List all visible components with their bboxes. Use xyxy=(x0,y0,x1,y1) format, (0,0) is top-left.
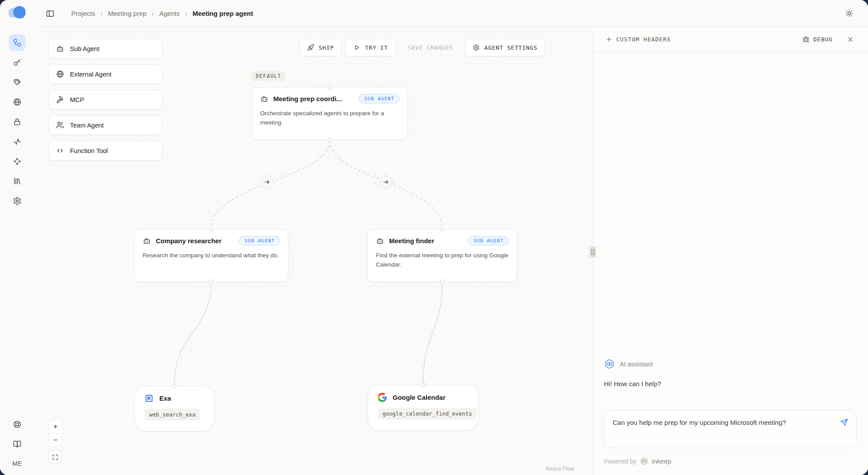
book-open-icon xyxy=(13,440,22,449)
bot-icon xyxy=(143,237,151,245)
powered-by-label: Powered by xyxy=(604,458,636,465)
node-handle[interactable] xyxy=(328,137,332,142)
node-title: Meeting finder xyxy=(389,237,463,245)
gear-icon xyxy=(473,44,480,51)
top-header: Projects › Meeting prep › Agents › Meeti… xyxy=(34,0,868,27)
sidebar-toggle-button[interactable] xyxy=(42,6,58,22)
sidebar-item-docs[interactable] xyxy=(9,436,26,453)
plus-icon xyxy=(606,36,612,43)
default-marker: DEFAULT xyxy=(252,71,285,81)
lock-icon xyxy=(13,117,22,126)
maximize-icon xyxy=(52,454,59,460)
sidebar-item-api-keys[interactable] xyxy=(9,54,26,71)
fit-view-button[interactable] xyxy=(48,450,62,464)
node-google-calendar-tool[interactable]: Google Calendar google_calendar_find_eve… xyxy=(368,385,479,431)
node-description: Find the external meeting to prep for us… xyxy=(376,251,509,270)
palette-item-label: Team Agent xyxy=(70,122,104,129)
chat-input[interactable]: Can you help me prep for my upcoming Mic… xyxy=(604,410,857,448)
sun-icon xyxy=(845,9,853,18)
bot-icon xyxy=(376,237,384,245)
node-description: Orchestrate specialized agents to prepar… xyxy=(260,109,400,128)
tags-icon xyxy=(13,78,22,87)
ship-label: SHIP xyxy=(319,44,334,51)
assistant-header: AI assistant xyxy=(604,358,857,369)
node-handle[interactable] xyxy=(328,85,332,90)
custom-headers-label: CUSTOM HEADERS xyxy=(616,36,671,43)
breadcrumb-projects[interactable]: Projects xyxy=(71,10,95,17)
sidebar-item-graph[interactable] xyxy=(9,34,26,51)
node-title: Company researcher xyxy=(156,237,234,245)
exa-logo-icon xyxy=(144,394,154,403)
node-handle[interactable] xyxy=(440,279,445,284)
sidebar-item-components[interactable] xyxy=(9,153,26,170)
edge-arrow-badge[interactable] xyxy=(380,176,392,188)
components-icon xyxy=(13,157,22,166)
node-handle[interactable] xyxy=(209,279,213,284)
close-panel-button[interactable] xyxy=(844,33,857,46)
node-meeting-finder[interactable]: Meeting finder SUB AGENT Find the extern… xyxy=(368,229,517,282)
google-logo-icon xyxy=(378,393,387,402)
react-flow-attribution[interactable]: React Flow xyxy=(546,465,574,472)
try-it-button[interactable]: TRY IT xyxy=(346,39,396,56)
sidebar-item-help[interactable] xyxy=(9,416,26,433)
brand-name: inkeep xyxy=(652,457,671,465)
sidebar-item-tags[interactable] xyxy=(9,74,26,91)
node-handle[interactable] xyxy=(172,384,177,388)
sub-agent-badge: SUB AGENT xyxy=(239,236,280,245)
library-icon xyxy=(13,177,22,186)
workflow-icon xyxy=(13,38,22,47)
breadcrumb-meeting-prep[interactable]: Meeting prep xyxy=(108,10,147,17)
ship-button[interactable]: SHIP xyxy=(299,39,342,56)
node-meeting-prep-coordinator[interactable]: Meeting prep coordi... SUB AGENT Orchest… xyxy=(252,87,408,140)
chat-scroll-area xyxy=(592,52,868,358)
palette-item-external-agent[interactable]: External Agent xyxy=(48,64,162,84)
palette-item-function-tool[interactable]: Function Tool xyxy=(48,141,162,161)
palette-item-label: External Agent xyxy=(70,71,111,78)
node-company-researcher[interactable]: Company researcher SUB AGENT Research th… xyxy=(134,229,288,282)
palette-item-label: Function Tool xyxy=(70,147,108,154)
node-handle[interactable] xyxy=(440,227,445,232)
sidebar-item-activity[interactable] xyxy=(9,133,26,150)
send-button[interactable] xyxy=(838,417,850,428)
palette-item-mcp[interactable]: MCP xyxy=(48,90,162,110)
key-icon xyxy=(13,58,22,67)
node-handle[interactable] xyxy=(209,227,213,232)
breadcrumb-separator: › xyxy=(185,10,187,17)
rocket-icon xyxy=(307,44,314,51)
zoom-in-button[interactable]: + xyxy=(49,420,62,433)
custom-headers-button[interactable]: CUSTOM HEADERS xyxy=(606,36,671,43)
panel-resize-handle[interactable] xyxy=(589,246,596,258)
powered-by[interactable]: Powered by inkeep xyxy=(604,457,857,465)
sidebar-item-external[interactable] xyxy=(9,94,26,110)
node-handle[interactable] xyxy=(421,383,426,387)
users-icon xyxy=(56,121,64,129)
user-avatar[interactable]: ME xyxy=(12,460,22,467)
palette-item-team-agent[interactable]: Team Agent xyxy=(48,115,162,135)
node-exa-tool[interactable]: Exa web_search_exa xyxy=(134,386,214,431)
arrow-right-icon xyxy=(384,181,388,184)
sub-agent-badge: SUB AGENT xyxy=(359,94,400,103)
hammer-icon xyxy=(56,95,64,104)
activity-icon xyxy=(13,137,22,146)
chat-section: AI assistant Hi! How can I help? Can you… xyxy=(592,358,868,475)
sidebar-item-credentials[interactable] xyxy=(9,113,26,130)
tool-id-tag: google_calendar_find_events xyxy=(378,408,477,420)
edge-arrow-badge[interactable] xyxy=(261,176,273,188)
debug-button[interactable]: DEBUG xyxy=(802,36,833,43)
debug-label: DEBUG xyxy=(813,36,833,43)
agent-settings-button[interactable]: AGENT SETTINGS xyxy=(465,39,545,56)
breadcrumb-separator: › xyxy=(152,10,154,17)
inkeep-logo[interactable] xyxy=(8,6,26,19)
panel-header: CUSTOM HEADERS DEBUG xyxy=(592,27,868,52)
sidebar-item-library[interactable] xyxy=(9,173,26,190)
inkeep-glyph-icon xyxy=(640,457,648,465)
zoom-out-button[interactable]: − xyxy=(49,433,62,446)
play-icon xyxy=(353,44,360,51)
theme-toggle-button[interactable] xyxy=(842,6,857,21)
life-buoy-icon xyxy=(13,420,22,429)
breadcrumb-agents[interactable]: Agents xyxy=(159,10,180,17)
palette-item-sub-agent[interactable]: Sub Agent xyxy=(48,39,162,58)
flow-canvas[interactable]: SHIP TRY IT SAVE CHANGES AGENT SETTINGS … xyxy=(34,27,592,475)
save-changes-button[interactable]: SAVE CHANGES xyxy=(400,39,461,56)
sidebar-item-settings[interactable] xyxy=(9,193,26,209)
